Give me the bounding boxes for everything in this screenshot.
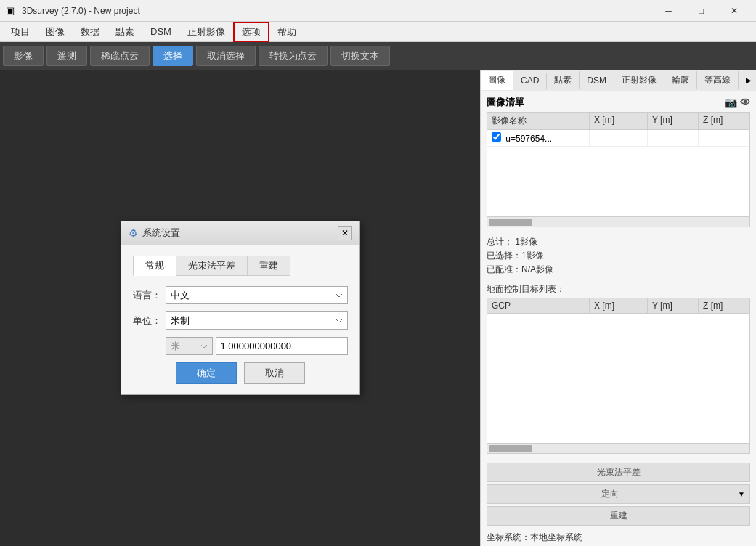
toolbar-image-btn[interactable]: 影像 [3, 46, 44, 66]
units-label: 单位： [133, 314, 166, 327]
dialog-tab-bundle[interactable]: 光束法平差 [176, 256, 248, 276]
right-tab-arrow[interactable]: ▶ [741, 73, 756, 87]
stat-selected: 已选择：1影像 [487, 249, 750, 263]
menu-item-ortho[interactable]: 正射影像 [179, 23, 233, 41]
row-y [648, 130, 699, 146]
row-checkbox[interactable] [492, 132, 501, 142]
image-table-body: u=597654... [487, 130, 750, 217]
dialog-cancel-button[interactable]: 取消 [244, 362, 305, 384]
col-y: Y [m] [648, 113, 699, 129]
main-area: ⚙ 系统设置 ✕ 常规 光束法平差 重建 语言： [0, 70, 756, 546]
dialog-title: 系统设置 [142, 227, 338, 240]
gcp-table-body [487, 314, 750, 444]
gcp-col-y: Y [m] [648, 298, 699, 313]
unit-sub-select[interactable]: 米 [166, 337, 213, 355]
toolbar: 影像 遥测 稀疏点云 选择 取消选择 转换为点云 切换文本 [0, 42, 756, 70]
toolbar-sparse-btn[interactable]: 稀疏点云 [90, 46, 150, 66]
coord-system-label: 坐标系统：本地坐标系统 [487, 532, 582, 542]
dialog-overlay: ⚙ 系统设置 ✕ 常规 光束法平差 重建 语言： [0, 70, 480, 546]
right-panel: 圖像 CAD 點素 DSM 正射影像 輪廓 等高線 ▶ 圖像清單 📷 👁 影像名… [480, 70, 756, 546]
stat-configured: 已配准：N/A影像 [487, 263, 750, 277]
toolbar-select-btn[interactable]: 选择 [153, 46, 193, 66]
row-image-name: u=597654... [505, 134, 552, 144]
image-scrollbar[interactable] [487, 217, 750, 227]
toolbar-switchtext-btn[interactable]: 切换文本 [330, 46, 390, 66]
menu-item-project[interactable]: 项目 [3, 23, 38, 41]
right-tab-points[interactable]: 點素 [547, 71, 580, 89]
gcp-col-name: GCP [487, 298, 590, 313]
left-panel: ⚙ 系统设置 ✕ 常规 光束法平差 重建 语言： [0, 70, 480, 546]
scroll-thumb [489, 219, 532, 226]
window-controls: ─ □ ✕ [652, 0, 750, 22]
section-icons: 📷 👁 [725, 97, 750, 108]
rebuild-btn[interactable]: 重建 [487, 506, 750, 526]
col-x: X [m] [590, 113, 648, 129]
gcp-section: 地面控制目标列表： GCP X [m] Y [m] Z [m] [481, 280, 756, 460]
menu-item-data[interactable]: 数据 [73, 23, 107, 41]
dialog-tab-rebuild[interactable]: 重建 [247, 256, 290, 276]
window-title: 3Dsurvey (2.7.0) - New project [22, 6, 652, 16]
coord-bar: 坐标系统：本地坐标系统 [481, 529, 756, 546]
orient-dropdown-btn[interactable]: ▼ [733, 484, 750, 504]
gcp-col-z: Z [m] [699, 298, 749, 313]
dialog-confirm-button[interactable]: 确定 [176, 362, 237, 384]
eye-icon[interactable]: 👁 [740, 97, 750, 108]
toolbar-survey-btn[interactable]: 遥测 [46, 46, 87, 66]
units-row: 单位： 米制 英制 [133, 311, 348, 330]
right-tab-contour[interactable]: 輪廓 [664, 71, 697, 89]
bundle-adjust-btn[interactable]: 光束法平差 [487, 463, 750, 482]
unit-sub-row: 米 [133, 337, 348, 355]
col-z: Z [m] [699, 113, 749, 129]
camera-icon[interactable]: 📷 [725, 97, 737, 108]
right-tab-elevation[interactable]: 等高線 [697, 71, 739, 89]
units-select[interactable]: 米制 英制 [166, 311, 348, 330]
row-name: u=597654... [487, 130, 590, 146]
right-tab-ortho[interactable]: 正射影像 [614, 71, 664, 89]
menu-item-options[interactable]: 选项 [233, 22, 269, 42]
dialog-tabs: 常规 光束法平差 重建 [133, 256, 348, 276]
dialog-footer: 确定 取消 [133, 362, 348, 384]
image-section-label: 圖像清單 [487, 96, 524, 109]
menu-item-image[interactable]: 图像 [38, 23, 73, 41]
system-settings-dialog: ⚙ 系统设置 ✕ 常规 光束法平差 重建 语言： [121, 221, 360, 395]
right-tab-cad[interactable]: CAD [513, 73, 547, 89]
row-z [699, 130, 749, 146]
right-tab-dsm[interactable]: DSM [580, 73, 614, 89]
unit-value-input[interactable] [216, 337, 348, 355]
dialog-title-bar: ⚙ 系统设置 ✕ [121, 221, 359, 245]
app-icon: ▣ [6, 5, 17, 17]
gcp-col-x: X [m] [590, 298, 648, 313]
language-select[interactable]: 中文 English [166, 286, 348, 304]
language-row: 语言： 中文 English [133, 286, 348, 304]
col-name: 影像名称 [487, 113, 590, 129]
minimize-button[interactable]: ─ [652, 0, 685, 22]
stat-total: 总计： 1影像 [487, 235, 750, 249]
image-section: 圖像清單 📷 👁 影像名称 X [m] Y [m] Z [m] u=597654… [481, 91, 756, 232]
menu-item-help[interactable]: 帮助 [269, 23, 304, 41]
gcp-label: 地面控制目标列表： [487, 283, 750, 296]
language-label: 语言： [133, 289, 166, 302]
maximize-button[interactable]: □ [685, 0, 718, 22]
dialog-body: 常规 光束法平差 重建 语言： 中文 English 单位： [121, 245, 359, 394]
row-x [590, 130, 648, 146]
toolbar-deselect-btn[interactable]: 取消选择 [196, 46, 256, 66]
table-row[interactable]: u=597654... [487, 130, 749, 147]
orient-btn[interactable]: 定向 [487, 484, 733, 504]
stats-area: 总计： 1影像 已选择：1影像 已配准：N/A影像 [481, 232, 756, 280]
image-table-header: 影像名称 X [m] Y [m] Z [m] [487, 112, 750, 130]
gcp-scrollbar[interactable] [487, 444, 750, 454]
gcp-table-header: GCP X [m] Y [m] Z [m] [487, 298, 750, 314]
toolbar-tocloud-btn[interactable]: 转换为点云 [259, 46, 328, 66]
title-bar: ▣ 3Dsurvey (2.7.0) - New project ─ □ ✕ [0, 0, 756, 22]
right-tabs: 圖像 CAD 點素 DSM 正射影像 輪廓 等高線 ▶ [481, 70, 756, 91]
dialog-close-button[interactable]: ✕ [338, 226, 352, 240]
right-tab-image[interactable]: 圖像 [481, 71, 513, 90]
menu-item-dsm[interactable]: DSM [142, 23, 179, 40]
close-button[interactable]: ✕ [718, 0, 750, 22]
menu-bar: 项目 图像 数据 點素 DSM 正射影像 选项 帮助 [0, 22, 756, 42]
menu-item-points[interactable]: 點素 [107, 23, 142, 41]
dialog-icon: ⚙ [129, 227, 138, 239]
gcp-scroll-thumb [489, 445, 532, 452]
image-section-header: 圖像清單 📷 👁 [487, 96, 750, 109]
dialog-tab-general[interactable]: 常规 [133, 256, 176, 276]
